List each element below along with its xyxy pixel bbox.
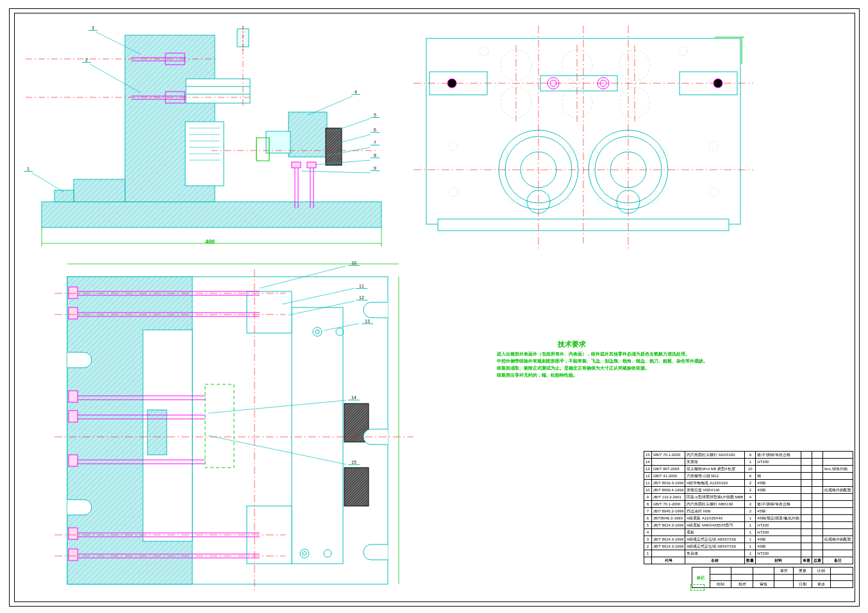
svg-rect-81	[69, 549, 78, 560]
svg-line-46	[308, 96, 353, 115]
balloon-2: 2	[82, 58, 91, 63]
balloon-10: 10	[348, 261, 360, 266]
balloon-1: 1	[24, 167, 33, 172]
notes-l1: 进入出模前外表面外（包括所有外、内表面），组件或外其他零件必须为原色去氧般力清洗…	[497, 351, 690, 357]
title-block: 标记 单件 重量 比例 绘制 校对 审核 日期 更改	[692, 567, 853, 588]
balloon-8: 8	[371, 153, 380, 158]
notes-l2: 中控外侧带组除外有规则图形图手，不能有裂、飞边、划边痕、锐角、锐边、铣刀、粗糙、…	[497, 358, 708, 364]
balloon-4: 4	[351, 90, 360, 95]
balloon-5: 5	[371, 113, 380, 118]
svg-rect-79	[69, 455, 78, 466]
balloon-12: 12	[356, 295, 367, 300]
svg-line-45	[96, 32, 141, 54]
bom-table: 15GB/T 70.1-2000内六角圆柱头螺钉 M10X1006镀/不锈钢/等…	[644, 451, 853, 564]
svg-line-48	[339, 135, 371, 143]
tb-check: 校对	[731, 581, 753, 588]
balloon-13: 13	[362, 319, 373, 324]
view-right	[413, 26, 753, 256]
balloon-9: 9	[371, 166, 380, 171]
svg-rect-76	[69, 307, 78, 319]
svg-rect-80	[69, 528, 78, 539]
svg-line-49	[327, 147, 371, 156]
tb-edit-dash	[690, 584, 705, 591]
svg-rect-60	[344, 468, 369, 506]
tb-unit: 单件	[774, 568, 793, 575]
tb-approved: 审核	[753, 581, 774, 588]
tb-date: 日期	[793, 581, 812, 588]
balloon-14: 14	[348, 395, 360, 400]
tb-drawn: 绘制	[710, 581, 731, 588]
svg-rect-56	[292, 307, 343, 564]
svg-line-51	[301, 171, 371, 173]
balloons-front	[19, 22, 391, 253]
balloon-6: 6	[371, 127, 380, 133]
tb-rev: 更改	[812, 581, 830, 588]
notes-l4: 组装突出导环无时的，端、松能特性能。	[497, 372, 578, 379]
balloon-15: 15	[348, 460, 360, 465]
svg-rect-77	[69, 391, 78, 402]
tb-wt: 重量	[793, 568, 812, 575]
view-plan	[54, 269, 413, 596]
svg-rect-78	[69, 411, 78, 422]
svg-line-44	[90, 64, 141, 93]
balloon-7: 7	[371, 140, 380, 145]
notes-title: 技术要求	[558, 339, 586, 349]
balloon-3: 3	[88, 26, 97, 31]
tb-mark: 标记	[697, 576, 705, 580]
svg-rect-55	[147, 410, 167, 455]
svg-line-47	[333, 119, 371, 131]
svg-line-50	[316, 160, 371, 165]
svg-line-43	[32, 173, 64, 192]
tb-scale: 比例	[812, 568, 830, 575]
balloon-11: 11	[356, 284, 367, 289]
svg-rect-75	[69, 287, 78, 298]
notes-l3: 组装前须取、紧附正式测试为止。是确定正有确保为大寸正从邦规验收依据。	[497, 365, 649, 372]
